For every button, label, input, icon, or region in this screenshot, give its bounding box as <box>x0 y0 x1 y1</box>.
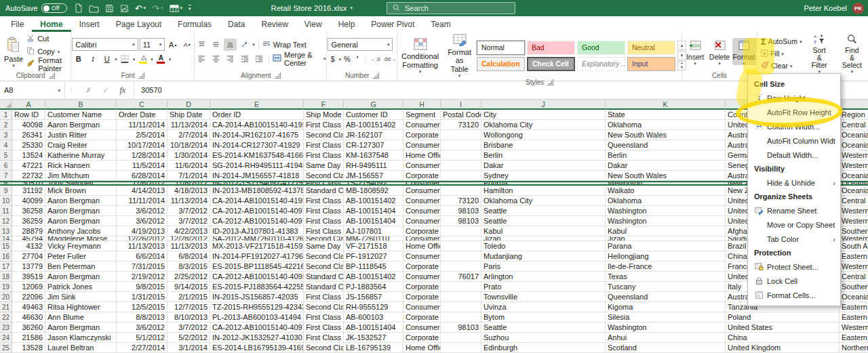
cell-F25[interactable]: Second Class <box>304 343 344 353</box>
cell-A8[interactable]: 30570 <box>12 181 45 186</box>
cell-A25[interactable]: 13528 <box>12 343 45 353</box>
cell-G19[interactable]: PJ-1883564 <box>344 282 403 292</box>
cell-I24[interactable] <box>441 333 481 343</box>
cell-A16[interactable]: 27704 <box>12 251 45 262</box>
cell-E7[interactable]: IN-2014-JM156557-41818 <box>210 171 304 181</box>
cell-M18[interactable]: Central US <box>840 272 868 282</box>
cell-J11[interactable]: Seattle <box>481 206 606 216</box>
tab-view[interactable]: View <box>296 16 330 32</box>
cell-B5[interactable]: Katherine Murray <box>45 150 117 161</box>
cell-E10[interactable]: CA-2014-AB10015140-41954 <box>210 196 304 206</box>
row-header-7[interactable]: 7 <box>0 171 12 181</box>
decrease-decimal-button[interactable]: .00→ <box>383 53 396 65</box>
tab-insert[interactable]: Insert <box>71 16 108 32</box>
row-header-25[interactable]: 25 <box>0 343 12 353</box>
menu-item-hide-unhide[interactable]: Hide & Unhide› <box>748 175 840 190</box>
cell-style-explanatory[interactable]: Explanatory ... <box>577 57 625 71</box>
cell-C1[interactable]: Order Date <box>117 110 167 120</box>
menu-item-format-cells[interactable]: Format Cells... <box>748 288 840 302</box>
cell-B7[interactable]: Jim Mitchum <box>45 171 117 181</box>
row-header-19[interactable]: 19 <box>0 282 12 292</box>
cell-B17[interactable]: Ben Peterman <box>45 262 117 272</box>
cell-D13[interactable]: 4/22/2013 <box>167 226 210 236</box>
cell-style-good[interactable]: Good <box>577 41 625 55</box>
row-header-10[interactable]: 10 <box>0 196 12 206</box>
cell-D12[interactable]: 3/7/2012 <box>167 216 210 226</box>
menu-item-protect-sheet[interactable]: Protect Sheet... <box>748 259 840 274</box>
new-file-button[interactable] <box>74 3 83 13</box>
column-header-K[interactable]: K <box>606 100 726 110</box>
cell-style-calculation[interactable]: Calculation <box>477 57 525 71</box>
cell-G13[interactable]: AJ-107801 <box>344 226 403 236</box>
cell-J25[interactable]: Edinburgh <box>481 343 606 353</box>
cell-F4[interactable]: First Class <box>304 140 344 150</box>
cell-B3[interactable]: Justin Ritter <box>45 130 117 140</box>
cell-F18[interactable]: Standard Class <box>304 272 344 282</box>
cell-B2[interactable]: Aaron Bergman <box>45 120 117 130</box>
column-header-G[interactable]: G <box>344 100 403 110</box>
cell-K18[interactable]: Texas <box>606 272 726 282</box>
cell-F22[interactable]: First Class <box>304 312 344 323</box>
fill-button[interactable]: Fill▾ <box>761 48 802 60</box>
cell-K23[interactable]: Washington <box>606 323 726 333</box>
cell-K22[interactable]: Silesia <box>606 312 726 323</box>
column-header-C[interactable]: C <box>117 100 167 110</box>
cell-K17[interactable]: Ile-de-France <box>606 262 726 272</box>
cell-J17[interactable]: Paris <box>481 262 606 272</box>
cell-C4[interactable]: 10/17/2014 <box>117 140 167 150</box>
cell-F3[interactable]: Second Class <box>304 130 344 140</box>
cell-F11[interactable]: First Class <box>304 206 344 216</box>
cell-M7[interactable]: Oceania <box>840 171 868 181</box>
cell-L22[interactable]: Poland <box>726 312 840 323</box>
cell-H12[interactable]: Consumer <box>403 216 441 226</box>
cell-G18[interactable]: AB-100151402 <box>344 272 403 282</box>
find-select-button[interactable]: Find &Select ▾ <box>837 33 867 75</box>
cell-M12[interactable]: Western US <box>840 216 868 226</box>
cell-A9[interactable]: 31192 <box>12 186 45 196</box>
cell-E15[interactable]: MX-2013-VF2171518-41591 <box>210 241 304 251</box>
cell-I13[interactable] <box>441 226 481 236</box>
bold-button[interactable]: B <box>72 53 85 65</box>
cell-B10[interactable]: Aaron Bergman <box>45 196 117 206</box>
cell-F16[interactable]: Second Class <box>304 251 344 262</box>
cell-A7[interactable]: 22732 <box>12 171 45 181</box>
cell-K19[interactable]: Tuscany <box>606 282 726 292</box>
cell-D21[interactable]: 12/7/2015 <box>167 302 210 312</box>
cell-M20[interactable]: Oceania <box>840 292 868 302</box>
cell-A18[interactable]: 39519 <box>12 272 45 282</box>
cell-M6[interactable]: Western Africa <box>840 161 868 171</box>
menu-item-move-or-copy-sheet[interactable]: Move or Copy Sheet... <box>748 217 840 232</box>
cell-G12[interactable]: AB-100151404 <box>344 216 403 226</box>
cell-D18[interactable]: 2/25/2012 <box>167 272 210 282</box>
cell-B6[interactable]: Rick Hansen <box>45 161 117 171</box>
cell-F12[interactable]: First Class <box>304 216 344 226</box>
cell-D6[interactable]: 11/6/2014 <box>167 161 210 171</box>
clipboard-dialog-launcher[interactable] <box>49 72 55 79</box>
cell-I15[interactable] <box>441 241 481 251</box>
fill-color-button[interactable] <box>136 53 149 65</box>
cell-G14[interactable]: MM-7260110 <box>344 236 403 241</box>
cell-E23[interactable]: CA-2012-AB10015140-40974 <box>210 323 304 333</box>
cell-I4[interactable] <box>441 140 481 150</box>
cell-B25[interactable]: Laurel Beltran <box>45 343 117 353</box>
cell-G15[interactable]: VF-2171518 <box>344 241 403 251</box>
cell-D17[interactable]: 8/3/2015 <box>167 262 210 272</box>
cell-C10[interactable]: 11/11/2014 <box>117 196 167 206</box>
cell-C19[interactable]: 9/8/2015 <box>117 282 167 292</box>
cell-D9[interactable]: 4/18/2013 <box>167 186 210 196</box>
column-header-M[interactable]: M <box>840 100 868 110</box>
cell-J10[interactable]: Oklahoma City <box>481 196 606 206</box>
cell-E2[interactable]: CA-2014-AB10015140-41954 <box>210 120 304 130</box>
cell-D14[interactable]: 12/28/2012 <box>167 236 210 241</box>
cell-E11[interactable]: CA-2012-AB10015140-40974 <box>210 206 304 216</box>
row-header-23[interactable]: 23 <box>0 323 12 333</box>
cell-C11[interactable]: 3/6/2012 <box>117 206 167 216</box>
cell-J14[interactable]: Jizan <box>481 236 606 241</box>
cell-D25[interactable]: 3/1/2014 <box>167 343 210 353</box>
cell-C23[interactable]: 3/6/2012 <box>117 323 167 333</box>
cell-style-bad[interactable]: Bad <box>527 41 575 55</box>
cell-E13[interactable]: ID-2013-AJ107801-41383 <box>210 226 304 236</box>
row-header-20[interactable]: 20 <box>0 292 12 302</box>
cell-C14[interactable]: 12/26/2012 <box>117 236 167 241</box>
cell-E8[interactable]: IN-2012-TS2154092-41215 <box>210 181 304 186</box>
